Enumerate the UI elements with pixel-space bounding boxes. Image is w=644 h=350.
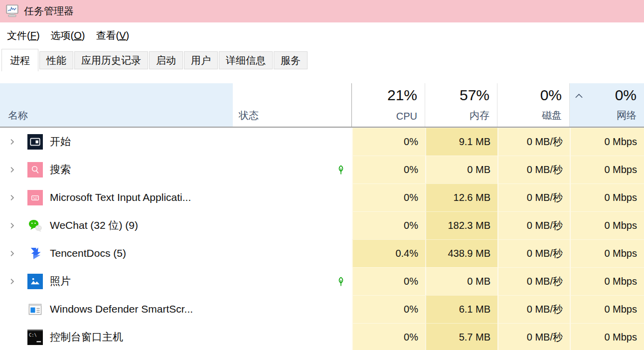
network-column-label: 网络: [617, 109, 637, 122]
cpu-cell: 0%: [352, 183, 425, 211]
column-header-status[interactable]: 状态: [233, 83, 352, 127]
status-column-label: 状态: [239, 109, 259, 122]
tab-应用历史记录[interactable]: 应用历史记录: [74, 51, 148, 69]
process-name: 照片: [50, 274, 71, 288]
expand-chevron-icon[interactable]: [9, 221, 16, 229]
column-header-cpu[interactable]: 21% CPU: [352, 83, 425, 127]
tab-详细信息[interactable]: 详细信息: [219, 51, 273, 69]
cpu-cell: 0%: [352, 211, 425, 239]
cpu-total-percent: 21%: [387, 86, 417, 105]
network-cell: 0 Mbps: [570, 239, 644, 267]
disk-cell: 0 MB/秒: [497, 295, 570, 323]
tab-strip: 进程性能应用历史记录启动用户详细信息服务: [0, 48, 644, 71]
process-list: 开始 0% 9.1 MB 0 MB/秒 0 Mbps 搜索: [0, 128, 644, 350]
network-cell: 0 Mbps: [570, 128, 644, 156]
memory-cell: 0 MB: [425, 267, 497, 295]
cpu-cell: 0%: [352, 267, 425, 295]
status-cell: [233, 156, 352, 183]
defender-smartscreen-icon: [27, 302, 43, 317]
disk-cell: 0 MB/秒: [497, 239, 570, 267]
status-cell: [233, 295, 352, 323]
cpu-cell: 0%: [352, 323, 425, 350]
table-row[interactable]: Windows Defender SmartScr... 0% 6.1 MB 0…: [0, 295, 644, 323]
wechat-icon: [27, 218, 43, 233]
process-name-cell: Windows Defender SmartScr...: [0, 295, 233, 323]
table-row[interactable]: TencentDocs (5) 0.4% 438.9 MB 0 MB/秒 0 M…: [0, 239, 644, 267]
network-cell: 0 Mbps: [570, 323, 644, 350]
process-name: 控制台窗口主机: [50, 330, 123, 344]
tab-服务[interactable]: 服务: [274, 51, 308, 69]
table-row[interactable]: 搜索 0% 0 MB 0 MB/秒 0 Mbps: [0, 156, 644, 183]
eco-mode-leaf-icon: [336, 165, 345, 175]
memory-cell: 0 MB: [425, 156, 497, 183]
tab-性能[interactable]: 性能: [39, 51, 73, 69]
memory-total-percent: 57%: [460, 86, 489, 105]
table-row[interactable]: 开始 0% 9.1 MB 0 MB/秒 0 Mbps: [0, 128, 644, 156]
tab-用户[interactable]: 用户: [184, 51, 218, 69]
table-row[interactable]: Microsoft Text Input Applicati... 0% 12.…: [0, 183, 644, 211]
column-header-disk[interactable]: 0% 磁盘: [497, 83, 570, 127]
network-cell: 0 Mbps: [570, 267, 644, 295]
disk-cell: 0 MB/秒: [497, 128, 570, 156]
tab-启动[interactable]: 启动: [149, 51, 183, 69]
memory-cell: 182.3 MB: [425, 211, 497, 239]
menu-item[interactable]: 查看(V): [96, 29, 129, 42]
menu-item[interactable]: 文件(F): [7, 29, 40, 42]
process-name-cell: 开始: [0, 128, 233, 156]
table-row[interactable]: 照片 0% 0 MB 0 MB/秒 0 Mbps: [0, 267, 644, 295]
disk-cell: 0 MB/秒: [497, 323, 570, 350]
column-header-memory[interactable]: 57% 内存: [425, 83, 497, 127]
disk-cell: 0 MB/秒: [497, 211, 570, 239]
photos-icon: [27, 274, 43, 289]
process-name: 搜索: [50, 163, 71, 176]
expand-chevron-icon[interactable]: [9, 138, 16, 146]
network-cell: 0 Mbps: [570, 211, 644, 239]
disk-total-percent: 0%: [540, 86, 562, 105]
process-name-cell: Microsoft Text Input Applicati...: [0, 183, 233, 211]
disk-column-label: 磁盘: [542, 109, 562, 122]
process-name: Microsoft Text Input Applicati...: [50, 191, 191, 203]
status-cell: [233, 323, 352, 350]
process-name-cell: 搜索: [0, 156, 233, 183]
expand-chevron-icon[interactable]: [9, 277, 16, 285]
status-cell: [233, 267, 352, 295]
network-total-percent: 0%: [615, 86, 637, 105]
disk-cell: 0 MB/秒: [497, 156, 570, 183]
process-name-cell: WeChat (32 位) (9): [0, 211, 233, 239]
table-row[interactable]: WeChat (32 位) (9) 0% 182.3 MB 0 MB/秒 0 M…: [0, 211, 644, 239]
sort-ascending-caret-icon: [575, 91, 583, 100]
status-cell: [233, 183, 352, 211]
cpu-cell: 0%: [352, 128, 425, 156]
network-cell: 0 Mbps: [570, 156, 644, 183]
search-magnifier-icon: [27, 162, 43, 177]
column-header-name[interactable]: 名称: [0, 83, 233, 127]
menu-item[interactable]: 选项(O): [51, 29, 85, 42]
titlebar: 任务管理器: [0, 0, 644, 22]
memory-cell: 6.1 MB: [425, 295, 497, 323]
disk-cell: 0 MB/秒: [497, 183, 570, 211]
expand-chevron-icon[interactable]: [9, 166, 16, 174]
text-input-keyboard-icon: [27, 190, 43, 205]
cpu-cell: 0.4%: [352, 239, 425, 267]
start-window-icon: [27, 134, 43, 150]
table-header: 名称 状态 21% CPU 57% 内存 0% 磁盘 0% 网络: [0, 83, 644, 127]
status-cell: [233, 211, 352, 239]
expand-chevron-icon[interactable]: [9, 193, 16, 201]
network-cell: 0 Mbps: [570, 295, 644, 323]
process-name: TencentDocs (5): [50, 247, 126, 259]
cpu-cell: 0%: [352, 156, 425, 183]
column-header-network[interactable]: 0% 网络: [570, 83, 644, 127]
menu-bar: 文件(F)选项(O)查看(V): [0, 22, 644, 48]
tab-进程[interactable]: 进程: [1, 49, 38, 71]
status-cell: [233, 128, 352, 156]
svg-text:C:\: C:\: [29, 332, 37, 337]
disk-cell: 0 MB/秒: [497, 267, 570, 295]
process-name: Windows Defender SmartScr...: [50, 303, 193, 315]
table-row[interactable]: C:\ 控制台窗口主机 0% 5.7 MB 0 MB/秒 0 Mbps: [0, 323, 644, 350]
memory-cell: 438.9 MB: [425, 239, 497, 267]
expand-chevron-icon[interactable]: [9, 249, 16, 257]
tencent-docs-icon: [27, 246, 43, 261]
window-title: 任务管理器: [24, 4, 74, 18]
memory-cell: 12.6 MB: [425, 183, 497, 211]
process-name: WeChat (32 位) (9): [50, 218, 138, 232]
